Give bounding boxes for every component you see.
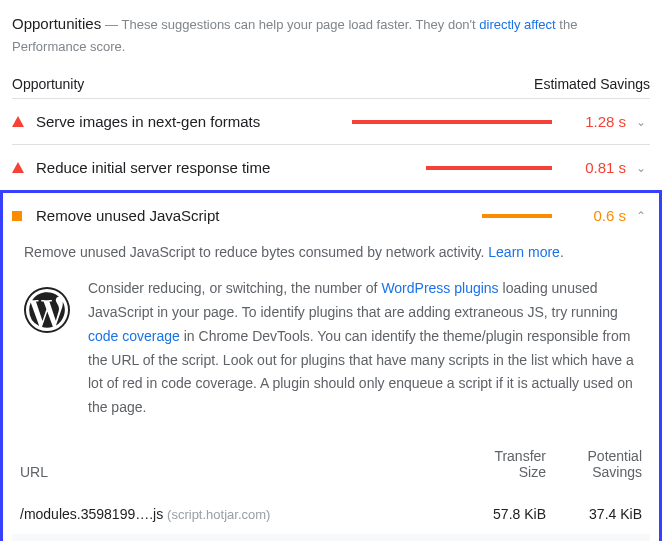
col-transfer: Transfer Size xyxy=(458,442,554,494)
triangle-icon xyxy=(12,116,24,127)
opportunity-name: Reduce initial server response time xyxy=(36,159,352,176)
opportunity-row[interactable]: Remove unused JavaScript 0.6 s ⌃ xyxy=(12,193,650,238)
tip-text: Consider reducing, or switching, the num… xyxy=(88,277,638,420)
savings-bar xyxy=(352,214,552,218)
opportunity-description: Remove unused JavaScript to reduce bytes… xyxy=(12,238,650,277)
wordpress-plugins-link[interactable]: WordPress plugins xyxy=(381,280,498,296)
col-url: URL xyxy=(12,442,458,494)
opportunity-name: Serve images in next-gen formats xyxy=(36,113,352,130)
learn-more-link[interactable]: Learn more xyxy=(488,244,560,260)
savings-value: 1.28 s xyxy=(570,113,626,130)
chevron-down-icon: ⌄ xyxy=(632,115,650,129)
savings-bar xyxy=(352,120,552,124)
savings-value: 0.81 s xyxy=(570,159,626,176)
column-opportunity: Opportunity xyxy=(12,76,84,92)
wordpress-icon xyxy=(24,287,70,333)
opportunity-row[interactable]: Serve images in next-gen formats 1.28 s … xyxy=(12,98,650,144)
chevron-up-icon: ⌃ xyxy=(632,209,650,223)
scripts-table: URL Transfer Size Potential Savings /mod… xyxy=(12,442,650,541)
opportunity-row[interactable]: Reduce initial server response time 0.81… xyxy=(12,144,650,190)
col-potential: Potential Savings xyxy=(554,442,650,494)
platform-tip: Consider reducing, or switching, the num… xyxy=(12,277,650,442)
table-row: /modules.3598199…​.js (script.hotjar.com… xyxy=(12,494,650,534)
square-icon xyxy=(12,211,22,221)
opportunity-name: Remove unused JavaScript xyxy=(36,207,352,224)
code-coverage-link[interactable]: code coverage xyxy=(88,328,180,344)
column-headers: Opportunity Estimated Savings xyxy=(12,76,650,92)
section-header: Opportunities — These suggestions can he… xyxy=(12,10,650,62)
column-savings: Estimated Savings xyxy=(534,76,650,92)
savings-bar xyxy=(352,166,552,170)
savings-value: 0.6 s xyxy=(570,207,626,224)
section-title: Opportunities xyxy=(12,15,101,32)
triangle-icon xyxy=(12,162,24,173)
directly-affect-link[interactable]: directly affect xyxy=(479,17,555,32)
chevron-down-icon: ⌄ xyxy=(632,161,650,175)
table-row: /gtm/js?id=GTM-5MW8F8D&t=gtm27&cid=141…​… xyxy=(12,534,650,541)
highlighted-opportunity: Remove unused JavaScript 0.6 s ⌃ Remove … xyxy=(0,190,662,541)
